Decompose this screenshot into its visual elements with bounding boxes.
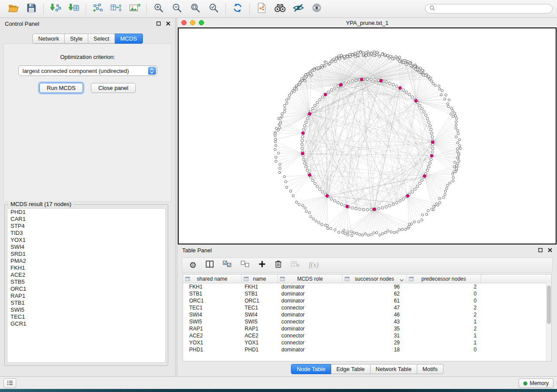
table-cell[interactable]: PHD1 (242, 347, 278, 353)
table-cell[interactable]: dominator (278, 326, 343, 332)
table-cell[interactable]: SWI4 (183, 312, 242, 318)
maximize-window-icon[interactable] (199, 20, 204, 25)
mcds-list-item[interactable]: STP4 (7, 223, 165, 230)
tab-edge-table[interactable]: Edge Table (331, 364, 370, 374)
table-cell[interactable]: SWI5 (183, 319, 242, 325)
table-cell[interactable]: 1 (407, 340, 481, 346)
save-session-button[interactable] (23, 2, 40, 16)
column-header-shared-name[interactable]: shared name (183, 275, 242, 283)
column-header-name[interactable]: name (242, 275, 278, 283)
mcds-list-item[interactable]: PHD1 (7, 209, 165, 216)
float-panel-icon[interactable] (538, 247, 543, 254)
table-cell[interactable]: ORC1 (183, 298, 242, 304)
table-cell[interactable]: dominator (278, 298, 343, 304)
table-row[interactable]: SWI5SWI5connector431 (183, 318, 551, 325)
table-row[interactable]: FKH1FKH1dominator962 (183, 283, 551, 290)
optimization-criterion-select[interactable]: largest connected component (undirected) (18, 65, 157, 76)
table-row[interactable]: TEC1TEC1connector472 (183, 304, 551, 311)
add-column-button[interactable] (259, 261, 266, 269)
column-header-mcds-role[interactable]: MCDS role (278, 275, 343, 283)
table-cell[interactable]: 29 (343, 340, 407, 346)
table-row[interactable]: RAP1RAP1dominator352 (183, 325, 551, 332)
tab-node-table[interactable]: Node Table (291, 364, 331, 374)
mcds-list-item[interactable]: SWI4 (7, 244, 165, 251)
share-document-button[interactable] (253, 2, 270, 16)
network-from-table-button[interactable] (107, 2, 125, 16)
tab-mcds[interactable]: MCDS (115, 34, 142, 44)
table-cell[interactable]: 18 (343, 347, 407, 353)
float-panel-icon[interactable] (156, 21, 161, 27)
open-session-button[interactable] (4, 2, 22, 16)
table-cell[interactable]: dominator (278, 312, 343, 318)
column-header-successor-nodes[interactable]: successor nodes (343, 275, 407, 283)
mcds-list-item[interactable]: FKH1 (7, 265, 165, 272)
table-cell[interactable]: dominator (278, 291, 343, 297)
table-cell[interactable]: STB1 (242, 291, 278, 297)
run-mcds-button[interactable]: Run MCDS (39, 83, 83, 93)
table-cell[interactable]: 2 (407, 326, 481, 332)
table-cell[interactable]: 96 (343, 284, 407, 290)
table-scrollbar[interactable] (546, 283, 551, 361)
scrollbar-thumb[interactable] (547, 285, 551, 324)
mcds-list-item[interactable]: RAP1 (7, 292, 165, 299)
table-row[interactable]: PHD1PHD1dominator180 (183, 346, 551, 353)
mcds-list-item[interactable]: SRD1 (7, 251, 165, 258)
deselect-all-rows-button[interactable] (241, 261, 249, 269)
mcds-list-item[interactable]: CAR1 (7, 216, 165, 223)
table-cell[interactable]: 0 (407, 298, 481, 304)
table-cell[interactable]: RAP1 (183, 326, 242, 332)
table-cell[interactable]: 61 (343, 298, 407, 304)
table-row[interactable]: ORC1ORC1dominator610 (183, 297, 551, 304)
table-cell[interactable]: 1 (407, 333, 481, 339)
table-cell[interactable]: connector (278, 333, 343, 339)
minimize-window-icon[interactable] (190, 20, 195, 25)
table-row[interactable]: STB1STB1dominator620 (183, 290, 551, 297)
mcds-list-item[interactable]: TID3 (7, 230, 165, 237)
import-network-button[interactable] (47, 2, 64, 16)
table-cell[interactable]: connector (278, 340, 343, 346)
select-all-rows-button[interactable] (223, 261, 232, 269)
function-builder-button[interactable]: f(x) (309, 261, 318, 269)
table-cell[interactable]: ACE2 (183, 333, 242, 339)
table-cell[interactable]: dominator (278, 347, 343, 353)
table-cell[interactable]: PHD1 (183, 347, 242, 353)
table-row[interactable]: ACE2ACE2connector311 (183, 332, 551, 339)
table-settings-button[interactable]: ⚙ (189, 261, 197, 269)
table-cell[interactable]: TEC1 (183, 305, 242, 311)
show-columns-button[interactable] (206, 261, 214, 269)
table-cell[interactable]: 0 (407, 347, 481, 353)
show-graphics-button[interactable] (308, 2, 325, 16)
mcds-list-item[interactable]: ACE2 (7, 272, 165, 279)
chevron-down-icon[interactable] (400, 277, 404, 283)
table-cell[interactable]: SWI5 (242, 319, 278, 325)
table-cell[interactable]: 0 (407, 291, 481, 297)
table-cell[interactable]: ORC1 (242, 298, 278, 304)
table-cell[interactable]: connector (278, 319, 343, 325)
search-input[interactable] (438, 5, 548, 12)
close-panel-button[interactable]: Close panel (91, 83, 136, 93)
table-cell[interactable]: 2 (407, 312, 481, 318)
table-cell[interactable]: YOX1 (183, 340, 242, 346)
table-row[interactable]: SWI4SWI4dominator462 (183, 311, 551, 318)
mcds-list-item[interactable]: GCR1 (7, 320, 165, 327)
zoom-in-button[interactable] (150, 2, 167, 16)
zoom-selected-button[interactable] (205, 2, 222, 16)
table-cell[interactable]: FKH1 (183, 284, 242, 290)
refresh-button[interactable] (229, 2, 246, 16)
new-network-button[interactable] (89, 2, 107, 16)
mcds-list-item[interactable]: ORC1 (7, 285, 165, 292)
mcds-list-item[interactable]: PMA2 (7, 258, 165, 265)
import-table-button[interactable] (65, 2, 83, 16)
network-canvas[interactable] (178, 28, 557, 244)
table-cell[interactable]: dominator (278, 284, 343, 290)
tab-style[interactable]: Style (65, 34, 88, 44)
table-cell[interactable]: RAP1 (242, 326, 278, 332)
table-cell[interactable]: 46 (343, 312, 407, 318)
export-image-button[interactable] (126, 2, 143, 16)
table-cell[interactable]: 1 (407, 319, 481, 325)
zoom-fit-button[interactable] (187, 2, 204, 16)
tab-motifs[interactable]: Motifs (417, 364, 443, 374)
network-graph[interactable] (179, 28, 556, 244)
table-cell[interactable]: YOX1 (242, 340, 278, 346)
table-cell[interactable]: STB1 (183, 291, 242, 297)
